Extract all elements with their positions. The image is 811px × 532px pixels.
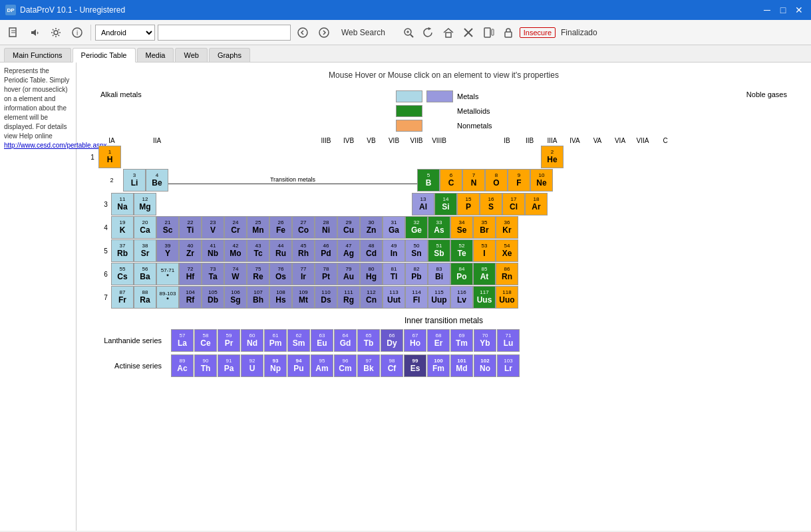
element-Li[interactable]: 3Li xyxy=(123,169,146,192)
element-I[interactable]: 53I xyxy=(473,239,496,262)
element-Ba[interactable]: 56Ba xyxy=(134,263,156,285)
nav-back-button[interactable] xyxy=(293,23,312,42)
tab-main-functions[interactable]: Main Functions xyxy=(4,48,71,62)
tab-media[interactable]: Media xyxy=(137,48,174,62)
element-Pb[interactable]: 82Pb xyxy=(405,263,428,285)
element-Ta[interactable]: 73Ta xyxy=(202,263,224,285)
element-Au[interactable]: 79Au xyxy=(337,263,360,285)
element-Uup[interactable]: 115Uup xyxy=(428,286,450,309)
element-Bi[interactable]: 83Bi xyxy=(428,263,450,285)
element-Sg[interactable]: 106Sg xyxy=(224,286,247,309)
element-Nb[interactable]: 41Nb xyxy=(202,239,224,262)
element-Co[interactable]: 27Co xyxy=(292,216,315,239)
element-Cu[interactable]: 29Cu xyxy=(337,216,360,239)
element-series-Gd[interactable]: 64Gd xyxy=(334,329,357,352)
element-Sc[interactable]: 21Sc xyxy=(156,216,179,239)
element-Fr[interactable]: 87Fr xyxy=(111,286,134,309)
element-series-Ho[interactable]: 67Ho xyxy=(404,329,426,352)
element-Ca[interactable]: 20Ca xyxy=(134,216,156,239)
element-series-Dy[interactable]: 66Dy xyxy=(381,329,403,352)
element-series-Lu[interactable]: 71Lu xyxy=(497,329,520,352)
stop-button[interactable] xyxy=(460,24,477,41)
url-input[interactable] xyxy=(158,25,291,41)
element-Ni[interactable]: 28Ni xyxy=(315,216,337,239)
element-series-Tm[interactable]: 69Tm xyxy=(450,329,473,352)
element-Hs[interactable]: 108Hs xyxy=(269,286,292,309)
new-button[interactable] xyxy=(4,23,23,42)
element-F[interactable]: 9F xyxy=(508,169,530,192)
element-Mn[interactable]: 25Mn xyxy=(247,216,269,239)
element-Si[interactable]: 14Si xyxy=(434,193,457,215)
element-Rg[interactable]: 111Rg xyxy=(337,286,360,309)
element-Ar[interactable]: 18Ar xyxy=(525,193,548,215)
element-series-U[interactable]: 92U xyxy=(241,354,263,377)
element-Tc[interactable]: 43Tc xyxy=(247,239,269,262)
element-Mo[interactable]: 42Mo xyxy=(224,239,247,262)
element-In[interactable]: 49In xyxy=(383,239,405,262)
element-series-Yb[interactable]: 70Yb xyxy=(474,329,496,352)
element-Ir[interactable]: 77Ir xyxy=(292,263,315,285)
element-series-Sm[interactable]: 62Sm xyxy=(287,329,310,352)
element-series-Ac[interactable]: 89Ac xyxy=(171,354,194,377)
element-Cl[interactable]: 17Cl xyxy=(502,193,525,215)
refresh-button[interactable] xyxy=(420,24,437,41)
element-Rb[interactable]: 37Rb xyxy=(111,239,134,262)
element-Pd[interactable]: 46Pd xyxy=(315,239,337,262)
element-Cr[interactable]: 24Cr xyxy=(224,216,247,239)
element-Uus[interactable]: 117Uus xyxy=(473,286,496,309)
zoom-button[interactable] xyxy=(400,24,417,41)
lock-button[interactable] xyxy=(500,24,517,41)
element-K[interactable]: 19K xyxy=(111,216,134,239)
tab-periodic-table[interactable]: Periodic Table xyxy=(73,48,136,63)
element-Zr[interactable]: 40Zr xyxy=(179,239,202,262)
nav-forward-button[interactable] xyxy=(315,23,333,42)
element-series-Md[interactable]: 101Md xyxy=(450,354,473,377)
element-Y[interactable]: 39Y xyxy=(156,239,179,262)
minimize-button[interactable]: ─ xyxy=(760,3,774,17)
element-series-Pa[interactable]: 91Pa xyxy=(218,354,240,377)
element-Mg[interactable]: 12Mg xyxy=(134,193,156,215)
element-Ds[interactable]: 110Ds xyxy=(315,286,337,309)
element-Se[interactable]: 34Se xyxy=(450,216,473,239)
element-series-Am[interactable]: 95Am xyxy=(311,354,333,377)
element-C[interactable]: 6C xyxy=(440,169,462,192)
element-series-Cm[interactable]: 96Cm xyxy=(334,354,357,377)
element-series-Bk[interactable]: 97Bk xyxy=(357,354,380,377)
info-button[interactable]: i xyxy=(68,23,86,42)
element-series-Cf[interactable]: 98Cf xyxy=(381,354,403,377)
element-Cd[interactable]: 48Cd xyxy=(360,239,383,262)
tab-web[interactable]: Web xyxy=(175,48,207,62)
element-series-Eu[interactable]: 63Eu xyxy=(311,329,333,352)
element-H[interactable]: 1H xyxy=(98,146,121,168)
element-P[interactable]: 15P xyxy=(457,193,480,215)
platform-select[interactable]: Android iOS Windows xyxy=(95,25,155,41)
element-Bh[interactable]: 107Bh xyxy=(247,286,269,309)
element-series-Np[interactable]: 93Np xyxy=(264,354,287,377)
element-Hf[interactable]: 72Hf xyxy=(179,263,202,285)
element-series-Es[interactable]: 99Es xyxy=(404,354,426,377)
element-La[interactable]: 57-71* xyxy=(156,263,179,285)
element-series-Tb[interactable]: 65Tb xyxy=(357,329,380,352)
element-Re[interactable]: 75Re xyxy=(247,263,269,285)
element-Rn[interactable]: 86Rn xyxy=(496,263,518,285)
device-button[interactable] xyxy=(480,24,497,41)
element-Ra[interactable]: 88Ra xyxy=(134,286,156,309)
element-series-Pm[interactable]: 61Pm xyxy=(264,329,287,352)
element-He[interactable]: 2He xyxy=(541,146,564,168)
element-Cn[interactable]: 112Cn xyxy=(360,286,383,309)
element-series-Th[interactable]: 90Th xyxy=(194,354,217,377)
element-series-Pr[interactable]: 59Pr xyxy=(218,329,240,352)
element-As[interactable]: 33As xyxy=(428,216,450,239)
element-O[interactable]: 8O xyxy=(485,169,508,192)
element-V[interactable]: 23V xyxy=(202,216,224,239)
element-series-Ce[interactable]: 58Ce xyxy=(194,329,217,352)
settings-button[interactable] xyxy=(47,23,65,42)
element-Ge[interactable]: 32Ge xyxy=(405,216,428,239)
element-Be[interactable]: 4Be xyxy=(146,169,168,192)
element-series-Pu[interactable]: 94Pu xyxy=(287,354,310,377)
element-Db[interactable]: 105Db xyxy=(202,286,224,309)
element-Ga[interactable]: 31Ga xyxy=(383,216,405,239)
element-W[interactable]: 74W xyxy=(224,263,247,285)
element-series-Lr[interactable]: 103Lr xyxy=(497,354,520,377)
tab-graphs[interactable]: Graphs xyxy=(209,48,250,62)
